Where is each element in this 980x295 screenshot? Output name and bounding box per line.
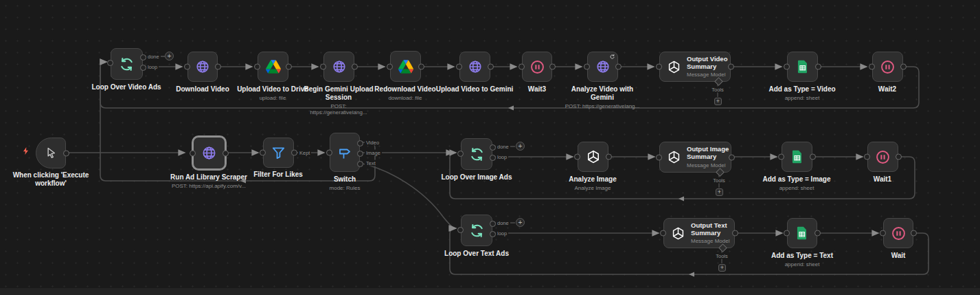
node-run-ad-library-scraper[interactable]	[193, 137, 225, 169]
output-port-text[interactable]	[357, 161, 363, 167]
node-upload-video-to-gemini[interactable]	[459, 52, 490, 82]
output-port[interactable]	[63, 150, 69, 156]
output-port[interactable]	[911, 230, 917, 237]
node-analyze-image[interactable]	[578, 142, 608, 172]
node-add-as-type-image[interactable]	[782, 142, 812, 172]
pause-icon	[529, 59, 545, 75]
node-wait[interactable]	[883, 218, 913, 248]
node-add-as-type-video[interactable]	[787, 52, 818, 82]
input-port[interactable]	[656, 154, 662, 160]
node-output-image-summary[interactable]: Output Image Summary Message Model	[659, 142, 731, 173]
output-port[interactable]	[615, 64, 622, 70]
node-wait1[interactable]	[867, 142, 898, 172]
input-port[interactable]	[260, 150, 266, 156]
node-label: When clicking 'Execute workflow'	[12, 171, 89, 188]
output-port[interactable]	[728, 64, 734, 70]
http-globe-icon	[595, 59, 611, 74]
port-label-image: Image	[365, 150, 382, 156]
output-port[interactable]	[896, 154, 902, 160]
google-sheets-icon	[795, 226, 810, 241]
add-node-endpoint[interactable]: +	[165, 52, 174, 61]
output-port[interactable]	[732, 230, 738, 237]
output-port[interactable]	[815, 64, 821, 70]
input-port[interactable]	[784, 64, 790, 70]
output-port[interactable]	[291, 150, 297, 156]
node-loop-over-video-ads[interactable]	[111, 48, 143, 80]
node-output-text-summary[interactable]: Output Text Summary Message Model	[663, 218, 735, 248]
output-port-done[interactable]	[490, 221, 496, 227]
input-port[interactable]	[387, 63, 393, 69]
input-port[interactable]	[254, 64, 260, 70]
input-port[interactable]	[456, 64, 462, 70]
output-port[interactable]	[286, 64, 292, 70]
output-port[interactable]	[418, 63, 424, 69]
canvas-bottom-strip	[0, 288, 980, 295]
output-port[interactable]	[810, 154, 816, 160]
input-port[interactable]	[880, 230, 886, 237]
node-output-video-summary[interactable]: Output Video Summary Message Model	[659, 52, 731, 82]
output-port-image[interactable]	[357, 151, 363, 157]
output-port-video[interactable]	[357, 140, 363, 146]
node-analyze-video-with-gemini[interactable]	[587, 52, 618, 82]
output-port[interactable]	[223, 150, 229, 156]
input-port[interactable]	[784, 230, 790, 237]
node-upload-video-to-drive[interactable]	[258, 52, 288, 82]
node-loop-over-image-ads[interactable]	[461, 138, 492, 170]
output-port[interactable]	[900, 64, 907, 70]
output-port[interactable]	[549, 64, 556, 70]
output-port[interactable]	[215, 64, 221, 70]
pause-icon	[891, 226, 907, 241]
node-label: Add as Type = Image append: sheet	[752, 175, 841, 191]
input-port[interactable]	[519, 64, 525, 70]
openai-icon	[667, 60, 681, 74]
add-tool-endpoint[interactable]: +	[714, 98, 722, 105]
node-filter-for-likes[interactable]	[263, 138, 294, 168]
node-subtitle: Message Model	[687, 162, 729, 168]
input-port[interactable]	[574, 154, 580, 160]
output-port-done[interactable]	[140, 54, 146, 61]
output-port[interactable]	[488, 64, 494, 70]
input-port[interactable]	[778, 154, 784, 160]
output-port-loop[interactable]	[490, 155, 496, 161]
add-node-endpoint[interactable]: +	[516, 142, 525, 151]
node-label: Analyze Image Analyze Image	[548, 175, 637, 191]
add-tool-endpoint[interactable]: +	[716, 188, 723, 196]
input-port[interactable]	[864, 154, 870, 160]
input-port[interactable]	[584, 64, 590, 70]
add-tool-endpoint[interactable]: +	[718, 264, 726, 272]
input-port[interactable]	[326, 149, 332, 155]
lightning-bolt-icon	[21, 146, 30, 155]
input-port[interactable]	[107, 60, 113, 66]
add-node-endpoint[interactable]: +	[516, 218, 525, 227]
output-port[interactable]	[814, 230, 821, 237]
port-label-done: done	[146, 54, 161, 60]
workflow-canvas[interactable]: Loop Over Video Ads done loop + Download…	[0, 0, 980, 295]
output-port-done[interactable]	[490, 144, 496, 151]
pause-icon	[880, 59, 896, 75]
input-port[interactable]	[457, 227, 464, 233]
node-begin-gemini-upload-session[interactable]	[323, 52, 354, 82]
node-download-video[interactable]	[187, 52, 218, 82]
node-loop-over-text-ads[interactable]	[461, 215, 492, 246]
node-sublabel: append: sheet	[757, 95, 847, 101]
node-when-clicking-execute-workflow[interactable]	[36, 138, 66, 168]
node-redownload-video[interactable]	[390, 51, 421, 82]
input-port[interactable]	[656, 64, 662, 70]
http-globe-icon	[195, 59, 210, 74]
input-port[interactable]	[320, 64, 326, 70]
output-port[interactable]	[729, 154, 735, 160]
node-wait2[interactable]	[872, 52, 903, 82]
output-port-loop[interactable]	[490, 231, 496, 237]
output-port[interactable]	[352, 64, 358, 70]
input-port[interactable]	[660, 230, 666, 237]
input-port[interactable]	[184, 64, 190, 70]
node-wait3[interactable]	[522, 52, 552, 82]
node-add-as-type-text[interactable]	[787, 218, 817, 248]
input-port[interactable]	[190, 150, 196, 156]
switch-signpost-icon	[337, 144, 353, 161]
node-switch[interactable]	[330, 133, 360, 172]
input-port[interactable]	[457, 151, 464, 157]
input-port[interactable]	[869, 64, 875, 70]
output-port-loop[interactable]	[140, 65, 146, 71]
output-port[interactable]	[606, 154, 612, 160]
